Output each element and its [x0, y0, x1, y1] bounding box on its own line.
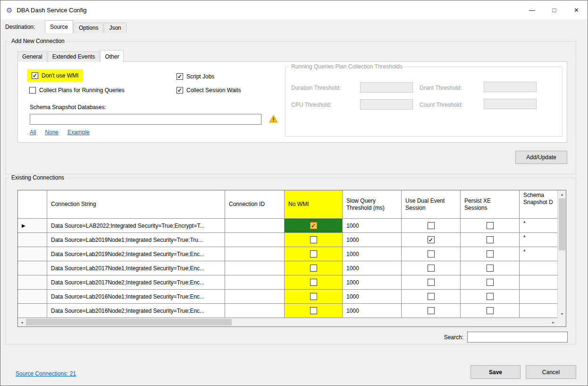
table-row[interactable]: Data Source=Lab2017Node1;Integrated Secu… — [18, 261, 557, 275]
checkbox-icon[interactable]: ✓ — [310, 279, 317, 286]
cell-connection-string[interactable]: Data Source=Lab2019Node1;Integrated Secu… — [47, 233, 225, 247]
cell-slow-query-threshold[interactable]: 1000 — [343, 290, 402, 303]
cell-use-dual-event-session[interactable]: ✓ — [402, 304, 461, 317]
table-row[interactable]: Data Source=Lab2019Node2;Integrated Secu… — [18, 247, 557, 261]
tab-source[interactable]: Source — [45, 20, 73, 33]
checkbox-icon[interactable]: ✓ — [487, 307, 494, 314]
table-row[interactable]: ▶Data Source=LAB2022;Integrated Security… — [18, 219, 557, 233]
checkbox-icon[interactable]: ✓ — [487, 222, 494, 229]
scroll-left-button[interactable]: ◄ — [18, 318, 26, 326]
cell-schema-snapshot[interactable] — [520, 290, 557, 303]
checkbox-icon[interactable]: ✓ — [310, 307, 317, 314]
table-row[interactable]: Data Source=Lab2016Node1;Integrated Secu… — [18, 290, 557, 304]
checkbox-icon[interactable]: ✓ — [487, 279, 494, 286]
header-no-wmi[interactable]: No WMI — [285, 190, 343, 218]
row-selector[interactable] — [18, 261, 47, 275]
cell-slow-query-threshold[interactable]: 1000 — [343, 247, 402, 261]
cell-connection-id[interactable] — [225, 261, 285, 275]
cell-schema-snapshot[interactable] — [520, 275, 557, 289]
cell-persist-xe-sessions[interactable]: ✓ — [461, 261, 520, 275]
cell-slow-query-threshold[interactable]: 1000 — [343, 219, 402, 232]
cell-no-wmi[interactable]: ✓ — [285, 304, 343, 317]
row-selector[interactable] — [18, 275, 47, 289]
script-jobs-checkbox[interactable]: ✓ Script Jobs — [176, 73, 214, 80]
cell-connection-id[interactable] — [225, 275, 285, 289]
dont-use-wmi-checkbox[interactable]: ✓ Don't use WMI — [27, 69, 83, 82]
checkbox-icon[interactable]: ✓ — [487, 250, 494, 257]
checkbox-icon[interactable]: ✓ — [310, 222, 317, 229]
collect-plans-checkbox[interactable]: ✓ Collect Plans for Running Queries — [29, 87, 125, 94]
vertical-scrollbar-thumb[interactable] — [559, 198, 565, 250]
header-slow-query-threshold[interactable]: Slow Query Threshold (ms) — [343, 190, 402, 218]
vertical-scrollbar[interactable]: ▲ ▼ — [557, 190, 566, 318]
cell-persist-xe-sessions[interactable]: ✓ — [461, 290, 520, 303]
cell-use-dual-event-session[interactable]: ✓ — [402, 261, 461, 275]
table-row[interactable]: Data Source=Lab2017Node2;Integrated Secu… — [18, 275, 557, 290]
cell-connection-id[interactable] — [225, 304, 285, 317]
save-button[interactable]: Save — [470, 365, 521, 379]
cell-use-dual-event-session[interactable]: ✓ — [402, 233, 461, 247]
cell-no-wmi[interactable]: ✓ — [285, 290, 343, 303]
schema-snapshot-input[interactable] — [30, 114, 261, 125]
cell-no-wmi[interactable]: ✓ — [285, 275, 343, 289]
checkbox-icon[interactable]: ✓ — [428, 222, 435, 229]
row-selector[interactable] — [18, 247, 47, 261]
cell-connection-id[interactable] — [225, 290, 285, 303]
close-button[interactable]: ✕ — [565, 0, 588, 19]
checkbox-icon[interactable]: ✓ — [310, 293, 317, 300]
cell-schema-snapshot[interactable]: * — [520, 247, 557, 261]
cell-schema-snapshot[interactable] — [520, 261, 557, 275]
checkbox-icon[interactable]: ✓ — [310, 236, 317, 243]
maximize-button[interactable]: □ — [543, 0, 565, 19]
header-schema-snapshot[interactable]: Schema Snapshot D — [520, 190, 557, 218]
cell-connection-string[interactable]: Data Source=Lab2016Node2;Integrated Secu… — [47, 304, 225, 317]
cell-persist-xe-sessions[interactable]: ✓ — [461, 304, 520, 317]
cell-no-wmi[interactable]: ✓ — [285, 233, 343, 247]
tab-json[interactable]: Json — [104, 23, 126, 33]
checkbox-icon[interactable]: ✓ — [487, 236, 494, 243]
scroll-right-button[interactable]: ► — [549, 318, 557, 326]
tab-extended-events[interactable]: Extended Events — [48, 51, 100, 62]
tab-options[interactable]: Options — [74, 23, 103, 33]
collect-session-waits-checkbox[interactable]: ✓ Collect Session Waits — [176, 87, 241, 94]
cell-persist-xe-sessions[interactable]: ✓ — [461, 275, 520, 289]
table-row[interactable]: Data Source=Lab2019Node1;Integrated Secu… — [18, 233, 557, 247]
cell-connection-id[interactable] — [225, 219, 285, 232]
tab-general[interactable]: General — [17, 51, 47, 62]
cell-connection-id[interactable] — [225, 233, 285, 247]
header-connection-id[interactable]: Connection ID — [225, 190, 285, 218]
checkbox-icon[interactable]: ✓ — [428, 293, 435, 300]
checkbox-icon[interactable]: ✓ — [428, 236, 435, 243]
example-link[interactable]: Example — [67, 129, 90, 136]
cell-connection-string[interactable]: Data Source=Lab2019Node2;Integrated Secu… — [47, 247, 225, 261]
cell-schema-snapshot[interactable]: * — [520, 233, 557, 247]
row-selector[interactable] — [18, 304, 47, 317]
checkbox-icon[interactable]: ✓ — [428, 279, 435, 286]
scroll-down-button[interactable]: ▼ — [558, 310, 566, 318]
cell-connection-string[interactable]: Data Source=Lab2016Node1;Integrated Secu… — [47, 290, 225, 303]
checkbox-icon[interactable]: ✓ — [428, 250, 435, 257]
table-row[interactable]: Data Source=Lab2016Node2;Integrated Secu… — [18, 304, 557, 318]
cell-schema-snapshot[interactable] — [520, 304, 557, 317]
checkbox-icon[interactable]: ✓ — [487, 293, 494, 300]
tab-other[interactable]: Other — [100, 50, 124, 62]
checkbox-icon[interactable]: ✓ — [487, 265, 494, 272]
minimize-button[interactable]: — — [521, 0, 543, 19]
checkbox-icon[interactable]: ✓ — [428, 265, 435, 272]
cell-use-dual-event-session[interactable]: ✓ — [402, 219, 461, 232]
checkbox-icon[interactable]: ✓ — [428, 307, 435, 314]
horizontal-scrollbar-thumb[interactable] — [26, 319, 232, 326]
cell-persist-xe-sessions[interactable]: ✓ — [461, 247, 520, 261]
cell-use-dual-event-session[interactable]: ✓ — [402, 290, 461, 303]
add-update-button[interactable]: Add/Update — [515, 151, 567, 164]
cell-use-dual-event-session[interactable]: ✓ — [402, 247, 461, 261]
row-selector[interactable] — [18, 233, 47, 247]
cell-connection-string[interactable]: Data Source=LAB2022;Integrated Security=… — [47, 219, 225, 232]
header-use-dual-event-session[interactable]: Use Dual Event Session — [402, 190, 461, 218]
cell-use-dual-event-session[interactable]: ✓ — [402, 275, 461, 289]
cell-connection-string[interactable]: Data Source=Lab2017Node1;Integrated Secu… — [47, 261, 225, 275]
horizontal-scrollbar[interactable]: ◄ ► — [18, 318, 557, 326]
cell-schema-snapshot[interactable]: * — [520, 219, 557, 232]
all-link[interactable]: All — [30, 129, 36, 136]
cell-connection-string[interactable]: Data Source=Lab2017Node2;Integrated Secu… — [47, 275, 225, 289]
